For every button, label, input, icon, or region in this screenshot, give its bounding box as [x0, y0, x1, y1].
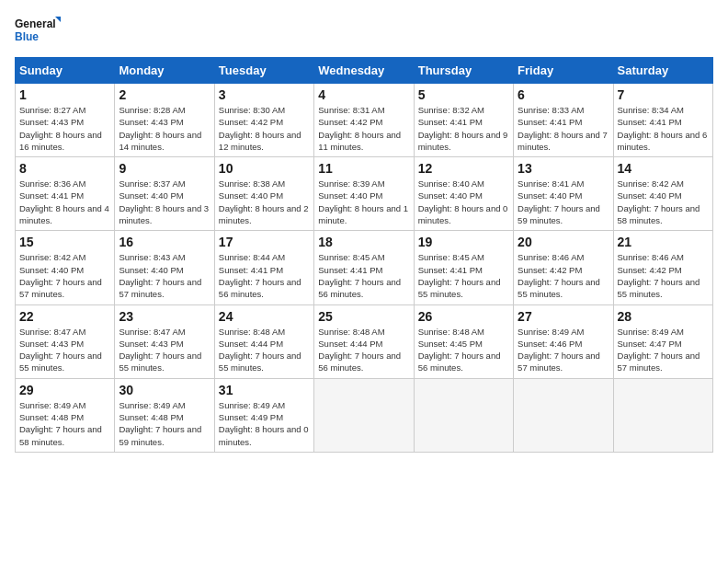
calendar-cell: 11Sunrise: 8:39 AMSunset: 4:40 PMDayligh…	[314, 157, 414, 231]
day-number: 2	[119, 87, 210, 102]
day-info: Sunrise: 8:49 AMSunset: 4:47 PMDaylight:…	[618, 326, 709, 374]
day-number: 7	[618, 87, 709, 102]
day-info: Sunrise: 8:47 AMSunset: 4:43 PMDaylight:…	[19, 326, 110, 374]
day-info: Sunrise: 8:32 AMSunset: 4:41 PMDaylight:…	[418, 104, 509, 153]
day-info: Sunrise: 8:49 AMSunset: 4:49 PMDaylight:…	[219, 399, 310, 448]
day-number: 27	[518, 309, 609, 324]
day-info: Sunrise: 8:42 AMSunset: 4:40 PMDaylight:…	[19, 251, 110, 300]
calendar-cell: 7Sunrise: 8:34 AMSunset: 4:41 PMDaylight…	[613, 84, 712, 157]
weekday-header-thursday: Thursday	[414, 58, 513, 84]
weekday-header-tuesday: Tuesday	[214, 58, 313, 84]
day-info: Sunrise: 8:37 AMSunset: 4:40 PMDaylight:…	[119, 178, 210, 226]
day-number: 13	[518, 161, 609, 176]
calendar-cell: 22Sunrise: 8:47 AMSunset: 4:43 PMDayligh…	[16, 304, 115, 378]
week-row-2: 15Sunrise: 8:42 AMSunset: 4:40 PMDayligh…	[16, 231, 713, 304]
day-number: 11	[318, 161, 409, 176]
calendar-cell	[514, 378, 613, 452]
day-info: Sunrise: 8:48 AMSunset: 4:44 PMDaylight:…	[219, 326, 310, 374]
day-number: 17	[219, 235, 310, 249]
logo-svg: General Blue	[15, 15, 61, 46]
logo: General Blue	[15, 15, 61, 46]
calendar-cell: 24Sunrise: 8:48 AMSunset: 4:44 PMDayligh…	[214, 304, 313, 378]
day-info: Sunrise: 8:30 AMSunset: 4:42 PMDaylight:…	[219, 104, 310, 153]
day-info: Sunrise: 8:40 AMSunset: 4:40 PMDaylight:…	[418, 178, 509, 226]
calendar-cell: 12Sunrise: 8:40 AMSunset: 4:40 PMDayligh…	[414, 157, 513, 231]
calendar-cell: 26Sunrise: 8:48 AMSunset: 4:45 PMDayligh…	[414, 304, 513, 378]
calendar-cell: 25Sunrise: 8:48 AMSunset: 4:44 PMDayligh…	[314, 304, 414, 378]
day-number: 16	[119, 235, 210, 249]
calendar-cell: 16Sunrise: 8:43 AMSunset: 4:40 PMDayligh…	[115, 231, 214, 304]
day-info: Sunrise: 8:49 AMSunset: 4:48 PMDaylight:…	[19, 399, 110, 448]
day-number: 24	[219, 309, 310, 324]
calendar-cell: 10Sunrise: 8:38 AMSunset: 4:40 PMDayligh…	[214, 157, 313, 231]
day-number: 31	[219, 383, 310, 397]
calendar-cell: 15Sunrise: 8:42 AMSunset: 4:40 PMDayligh…	[16, 231, 115, 304]
calendar-cell: 29Sunrise: 8:49 AMSunset: 4:48 PMDayligh…	[16, 378, 115, 452]
day-info: Sunrise: 8:36 AMSunset: 4:41 PMDaylight:…	[19, 178, 110, 226]
day-number: 25	[318, 309, 409, 324]
week-row-1: 8Sunrise: 8:36 AMSunset: 4:41 PMDaylight…	[16, 157, 713, 231]
calendar-table: SundayMondayTuesdayWednesdayThursdayFrid…	[15, 57, 713, 453]
day-number: 29	[19, 383, 110, 397]
calendar-cell: 27Sunrise: 8:49 AMSunset: 4:46 PMDayligh…	[514, 304, 613, 378]
weekday-header-row: SundayMondayTuesdayWednesdayThursdayFrid…	[16, 58, 713, 84]
day-number: 12	[418, 161, 509, 176]
day-number: 14	[618, 161, 709, 176]
calendar-cell	[613, 378, 712, 452]
svg-text:Blue: Blue	[15, 30, 39, 43]
calendar-cell: 30Sunrise: 8:49 AMSunset: 4:48 PMDayligh…	[115, 378, 214, 452]
day-info: Sunrise: 8:45 AMSunset: 4:41 PMDaylight:…	[318, 251, 409, 300]
day-info: Sunrise: 8:49 AMSunset: 4:46 PMDaylight:…	[518, 326, 609, 374]
calendar-cell: 20Sunrise: 8:46 AMSunset: 4:42 PMDayligh…	[514, 231, 613, 304]
weekday-header-wednesday: Wednesday	[314, 58, 414, 84]
calendar-cell: 4Sunrise: 8:31 AMSunset: 4:42 PMDaylight…	[314, 84, 414, 157]
calendar-cell: 19Sunrise: 8:45 AMSunset: 4:41 PMDayligh…	[414, 231, 513, 304]
day-number: 3	[219, 87, 310, 102]
svg-marker-2	[55, 17, 61, 24]
calendar-cell: 5Sunrise: 8:32 AMSunset: 4:41 PMDaylight…	[414, 84, 513, 157]
day-info: Sunrise: 8:45 AMSunset: 4:41 PMDaylight:…	[418, 251, 509, 300]
day-info: Sunrise: 8:46 AMSunset: 4:42 PMDaylight:…	[518, 251, 609, 300]
day-info: Sunrise: 8:46 AMSunset: 4:42 PMDaylight:…	[618, 251, 709, 300]
day-number: 9	[119, 161, 210, 176]
day-info: Sunrise: 8:41 AMSunset: 4:40 PMDaylight:…	[518, 178, 609, 226]
day-info: Sunrise: 8:48 AMSunset: 4:45 PMDaylight:…	[418, 326, 509, 374]
day-number: 26	[418, 309, 509, 324]
calendar-cell: 6Sunrise: 8:33 AMSunset: 4:41 PMDaylight…	[514, 84, 613, 157]
calendar-cell: 14Sunrise: 8:42 AMSunset: 4:40 PMDayligh…	[613, 157, 712, 231]
day-number: 1	[19, 87, 110, 102]
calendar-cell: 9Sunrise: 8:37 AMSunset: 4:40 PMDaylight…	[115, 157, 214, 231]
day-info: Sunrise: 8:38 AMSunset: 4:40 PMDaylight:…	[219, 178, 310, 226]
weekday-header-saturday: Saturday	[613, 58, 712, 84]
day-info: Sunrise: 8:49 AMSunset: 4:48 PMDaylight:…	[119, 399, 210, 448]
day-number: 22	[19, 309, 110, 324]
day-number: 6	[518, 87, 609, 102]
day-info: Sunrise: 8:44 AMSunset: 4:41 PMDaylight:…	[219, 251, 310, 300]
calendar-cell: 17Sunrise: 8:44 AMSunset: 4:41 PMDayligh…	[214, 231, 313, 304]
calendar-cell	[314, 378, 414, 452]
week-row-0: 1Sunrise: 8:27 AMSunset: 4:43 PMDaylight…	[16, 84, 713, 157]
day-number: 28	[618, 309, 709, 324]
calendar-cell: 13Sunrise: 8:41 AMSunset: 4:40 PMDayligh…	[514, 157, 613, 231]
day-info: Sunrise: 8:31 AMSunset: 4:42 PMDaylight:…	[318, 104, 409, 153]
calendar-cell: 2Sunrise: 8:28 AMSunset: 4:43 PMDaylight…	[115, 84, 214, 157]
day-number: 23	[119, 309, 210, 324]
day-info: Sunrise: 8:47 AMSunset: 4:43 PMDaylight:…	[119, 326, 210, 374]
day-info: Sunrise: 8:34 AMSunset: 4:41 PMDaylight:…	[618, 104, 709, 153]
day-info: Sunrise: 8:39 AMSunset: 4:40 PMDaylight:…	[318, 178, 409, 226]
day-number: 19	[418, 235, 509, 249]
calendar-cell: 1Sunrise: 8:27 AMSunset: 4:43 PMDaylight…	[16, 84, 115, 157]
calendar-cell: 8Sunrise: 8:36 AMSunset: 4:41 PMDaylight…	[16, 157, 115, 231]
calendar-cell: 28Sunrise: 8:49 AMSunset: 4:47 PMDayligh…	[613, 304, 712, 378]
weekday-header-sunday: Sunday	[16, 58, 115, 84]
day-info: Sunrise: 8:28 AMSunset: 4:43 PMDaylight:…	[119, 104, 210, 153]
calendar-cell: 21Sunrise: 8:46 AMSunset: 4:42 PMDayligh…	[613, 231, 712, 304]
day-info: Sunrise: 8:43 AMSunset: 4:40 PMDaylight:…	[119, 251, 210, 300]
week-row-4: 29Sunrise: 8:49 AMSunset: 4:48 PMDayligh…	[16, 378, 713, 452]
day-info: Sunrise: 8:42 AMSunset: 4:40 PMDaylight:…	[618, 178, 709, 226]
svg-text:General: General	[15, 17, 56, 30]
day-info: Sunrise: 8:33 AMSunset: 4:41 PMDaylight:…	[518, 104, 609, 153]
day-number: 4	[318, 87, 409, 102]
day-number: 10	[219, 161, 310, 176]
day-number: 15	[19, 235, 110, 249]
